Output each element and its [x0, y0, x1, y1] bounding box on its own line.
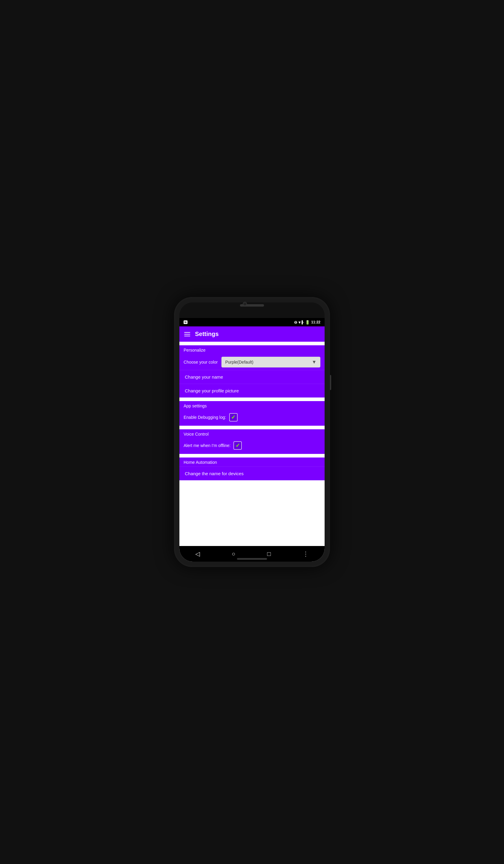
phone-outer: N ⊖ ▾ ▌ 🔋 11:22 Settings — [174, 297, 330, 567]
bottom-speaker — [237, 558, 267, 560]
debug-checkmark-icon: ✓ — [231, 415, 236, 420]
notification-icon: N — [184, 320, 188, 324]
home-button[interactable]: ○ — [227, 549, 240, 559]
divider-top — [179, 342, 325, 345]
voice-control-section: Voice Control Alert me when I'm offline:… — [179, 429, 325, 454]
time-display: 11:22 — [311, 320, 320, 324]
bottom-padding — [179, 480, 325, 504]
personalize-header: Personalize — [179, 345, 325, 354]
wifi-icon: ▾ — [299, 320, 301, 325]
app-settings-header: App settings — [179, 401, 325, 410]
status-right: ⊖ ▾ ▌ 🔋 11:22 — [294, 320, 321, 325]
status-left: N — [184, 320, 188, 324]
battery-icon: 🔋 — [305, 320, 310, 325]
status-bar: N ⊖ ▾ ▌ 🔋 11:22 — [179, 318, 325, 326]
offline-alert-label: Alert me when I'm offline: — [184, 443, 230, 448]
more-options-button[interactable]: ⋮ — [298, 549, 313, 559]
offline-checkmark-icon: ✓ — [236, 443, 240, 448]
app-header: Settings — [179, 326, 325, 342]
recents-button[interactable]: □ — [263, 549, 276, 559]
divider-1 — [179, 397, 325, 401]
debug-log-checkbox[interactable]: ✓ — [229, 413, 238, 421]
change-name-item[interactable]: Change your name — [179, 370, 325, 384]
personalize-section: Personalize Choose your color Purple(Def… — [179, 345, 325, 397]
change-profile-picture-item[interactable]: Change your profile picture — [179, 384, 325, 397]
screen: N ⊖ ▾ ▌ 🔋 11:22 Settings — [179, 318, 325, 562]
change-device-name-item[interactable]: Change the name for devices — [179, 467, 325, 480]
color-dropdown[interactable]: Purple(Default) ▼ — [221, 357, 320, 368]
side-button — [330, 375, 331, 390]
signal-icon: ▌ — [302, 320, 304, 324]
scroll-content[interactable]: Personalize Choose your color Purple(Def… — [179, 342, 325, 546]
camera — [243, 302, 247, 306]
offline-alert-row: Alert me when I'm offline: ✓ — [179, 438, 325, 454]
home-automation-section: Home Automation Change the name for devi… — [179, 457, 325, 480]
debug-log-label: Enable Debugging log: — [184, 415, 226, 420]
voice-control-header: Voice Control — [179, 429, 325, 438]
app-settings-section: App settings Enable Debugging log: ✓ — [179, 401, 325, 426]
color-picker-row: Choose your color Purple(Default) ▼ — [179, 354, 325, 370]
phone-screen: N ⊖ ▾ ▌ 🔋 11:22 Settings — [179, 302, 325, 562]
divider-2 — [179, 426, 325, 429]
hamburger-line-1 — [184, 332, 190, 333]
debug-log-row: Enable Debugging log: ✓ — [179, 410, 325, 426]
page-title: Settings — [195, 331, 219, 337]
minus-circle-icon: ⊖ — [294, 320, 297, 325]
home-automation-header: Home Automation — [179, 457, 325, 467]
color-picker-label: Choose your color — [184, 360, 218, 364]
hamburger-menu[interactable] — [184, 332, 190, 336]
offline-alert-checkbox[interactable]: ✓ — [233, 441, 242, 450]
dropdown-arrow-icon: ▼ — [312, 359, 316, 365]
hamburger-line-3 — [184, 336, 190, 336]
color-dropdown-value: Purple(Default) — [225, 360, 253, 364]
hamburger-line-2 — [184, 334, 190, 335]
divider-3 — [179, 454, 325, 457]
back-button[interactable]: ◁ — [191, 549, 205, 559]
